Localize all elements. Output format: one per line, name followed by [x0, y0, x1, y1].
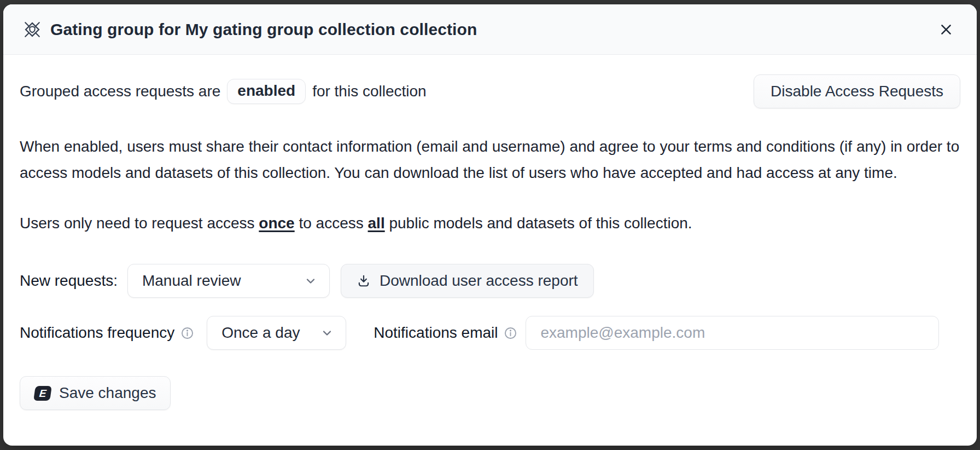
notifications-frequency-value: Once a day — [221, 324, 300, 342]
notifications-frequency-label: Notifications frequency — [20, 324, 174, 342]
gate-icon — [23, 20, 42, 39]
close-button[interactable] — [935, 19, 957, 41]
notifications-email-input[interactable] — [526, 316, 939, 350]
status-text: Grouped access requests are enabled for … — [20, 79, 427, 104]
p2-all: all — [368, 215, 385, 232]
modal-title: Gating group for My gating group collect… — [50, 20, 477, 39]
notifications-frequency-select[interactable]: Once a day — [207, 316, 346, 350]
status-badge: enabled — [227, 79, 306, 104]
status-prefix: Grouped access requests are — [20, 83, 220, 100]
download-button-label: Download user access report — [380, 272, 578, 290]
gating-group-modal: Gating group for My gating group collect… — [3, 4, 977, 446]
status-suffix: for this collection — [312, 83, 427, 100]
new-requests-row: New requests: Manual review Download use… — [20, 264, 960, 298]
download-user-access-report-button[interactable]: Download user access report — [341, 264, 594, 298]
notifications-email-label: Notifications email — [374, 324, 498, 342]
notifications-row: Notifications frequency Once a day Notif… — [20, 316, 960, 350]
close-icon — [939, 22, 953, 37]
new-requests-label: New requests: — [20, 272, 118, 290]
download-icon — [357, 274, 371, 288]
modal-header: Gating group for My gating group collect… — [3, 4, 977, 55]
p2-once: once — [259, 215, 294, 232]
footer-row: E Save changes — [20, 376, 960, 410]
description-paragraph-2: Users only need to request access once t… — [20, 210, 960, 236]
p2-text: public models and datasets of this colle… — [385, 215, 692, 232]
status-row: Grouped access requests are enabled for … — [20, 74, 960, 108]
enterprise-icon: E — [33, 386, 52, 401]
new-requests-select-value: Manual review — [142, 272, 241, 290]
chevron-down-icon — [320, 326, 334, 339]
new-requests-select[interactable]: Manual review — [127, 264, 330, 298]
p2-text: to access — [295, 215, 368, 232]
disable-access-requests-button[interactable]: Disable Access Requests — [754, 74, 960, 108]
chevron-down-icon — [304, 274, 317, 287]
info-icon[interactable] — [503, 326, 518, 341]
info-icon[interactable] — [180, 326, 195, 341]
save-changes-button[interactable]: E Save changes — [20, 376, 171, 410]
save-button-label: Save changes — [59, 384, 156, 402]
modal-body: Grouped access requests are enabled for … — [3, 55, 977, 410]
p2-text: Users only need to request access — [20, 215, 259, 232]
description-paragraph: When enabled, users must share their con… — [20, 134, 960, 186]
